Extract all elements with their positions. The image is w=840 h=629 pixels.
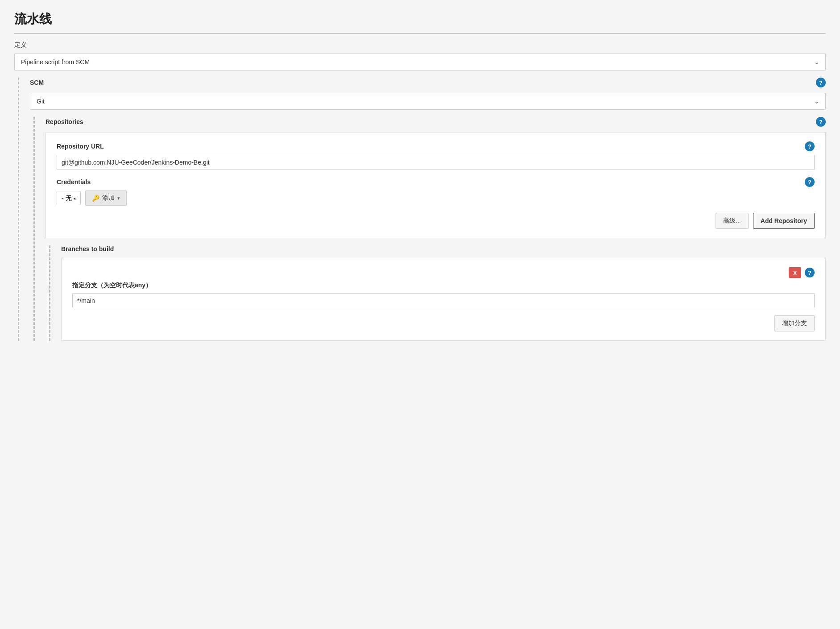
add-branch-button[interactable]: 增加分支 [774, 315, 815, 331]
advanced-button[interactable]: 高级... [716, 213, 749, 229]
repositories-section: Repositories ? Repository URL ? Credenti… [33, 117, 826, 341]
definition-select[interactable]: Pipeline script from SCMPipeline script [14, 54, 826, 70]
repositories-header: Repositories ? [46, 117, 826, 127]
repo-url-field: Repository URL ? [57, 141, 815, 170]
branch-help-icon[interactable]: ? [805, 268, 815, 277]
credentials-select[interactable]: - 无 - [57, 191, 81, 205]
scm-section: SCM ? GitNoneSubversion ⌄ Repositories ?… [18, 78, 826, 341]
branch-card: x ? 指定分支（为空时代表any） 增加分支 [61, 258, 826, 341]
branches-title: Branches to build [61, 245, 114, 252]
definition-label: 定义 [14, 41, 826, 49]
repo-url-help-icon[interactable]: ? [805, 141, 815, 151]
scm-dropdown-wrapper: GitNoneSubversion ⌄ [30, 93, 826, 110]
repositories-title: Repositories [46, 118, 83, 125]
page-title: 流水线 [14, 11, 826, 34]
add-cred-arrow-icon: ▾ [117, 195, 120, 201]
credentials-row: - 无 - ⌄ 🔑 添加 ▾ [57, 190, 815, 206]
credentials-label: Credentials [57, 178, 91, 186]
cred-select-wrapper: - 无 - ⌄ [57, 191, 81, 205]
definition-dropdown-wrapper: Pipeline script from SCMPipeline script … [14, 54, 826, 70]
add-credentials-button[interactable]: 🔑 添加 ▾ [85, 190, 127, 206]
add-repository-button[interactable]: Add Repository [753, 213, 815, 229]
scm-select[interactable]: GitNoneSubversion [30, 93, 826, 110]
repositories-help-icon[interactable]: ? [816, 117, 826, 127]
branch-field-label: 指定分支（为空时代表any） [72, 281, 152, 290]
add-branch-row: 增加分支 [72, 315, 815, 331]
branch-input[interactable] [72, 293, 815, 308]
repository-card: Repository URL ? Credentials ? - 无 - ⌄ [46, 132, 826, 238]
scm-help-icon[interactable]: ? [816, 78, 826, 87]
branch-field: 指定分支（为空时代表any） [72, 281, 815, 308]
scm-title: SCM [30, 79, 44, 86]
delete-branch-button[interactable]: x [789, 267, 801, 278]
add-cred-label: 添加 [102, 194, 115, 202]
repo-url-header: Repository URL ? [57, 141, 815, 151]
branch-field-header: 指定分支（为空时代表any） [72, 281, 815, 290]
credentials-field: Credentials ? - 无 - ⌄ 🔑 添加 ▾ [57, 177, 815, 206]
key-icon: 🔑 [92, 194, 99, 202]
scm-header: SCM ? [30, 78, 826, 87]
repo-actions: 高级... Add Repository [57, 213, 815, 229]
repo-url-label: Repository URL [57, 143, 104, 150]
branch-card-top: x ? [72, 267, 815, 278]
repo-url-input[interactable] [57, 155, 815, 170]
page-container: 流水线 定义 Pipeline script from SCMPipeline … [0, 0, 840, 359]
branches-header: Branches to build [61, 245, 826, 252]
credentials-header: Credentials ? [57, 177, 815, 187]
credentials-help-icon[interactable]: ? [805, 177, 815, 187]
branches-section: Branches to build x ? 指定分支（为空时代表any） [49, 245, 826, 341]
